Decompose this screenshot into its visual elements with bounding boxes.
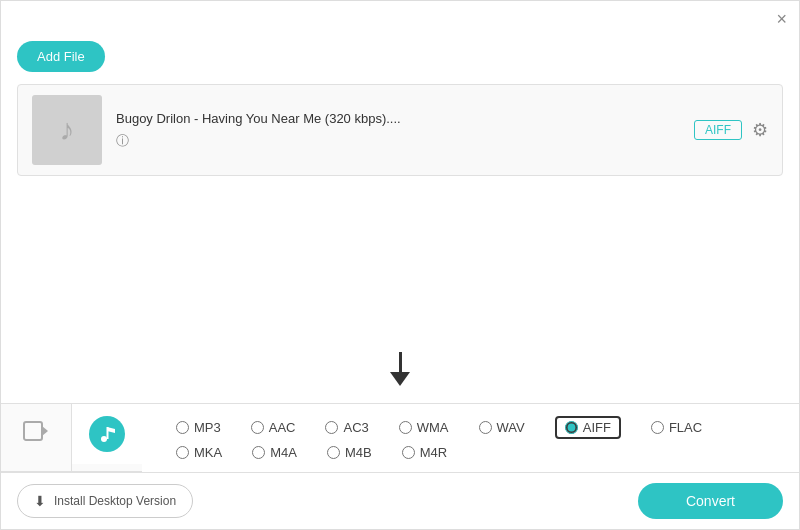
file-name: Bugoy Drilon - Having You Near Me (320 k…	[116, 111, 680, 126]
format-content: MP3 AAC AC3 WMA WAV AIFF	[142, 404, 799, 472]
install-label: Install Desktop Version	[54, 494, 176, 508]
format-option-wma[interactable]: WMA	[399, 420, 449, 435]
format-option-m4b[interactable]: M4B	[327, 445, 372, 460]
format-option-flac[interactable]: FLAC	[651, 420, 702, 435]
file-info: Bugoy Drilon - Having You Near Me (320 k…	[116, 111, 680, 150]
add-file-button[interactable]: Add File	[17, 41, 105, 72]
convert-button[interactable]: Convert	[638, 483, 783, 519]
radio-m4b[interactable]	[327, 446, 340, 459]
video-tab[interactable]	[1, 404, 71, 464]
radio-wma[interactable]	[399, 421, 412, 434]
close-button[interactable]: ×	[776, 10, 787, 28]
convert-bar: ⬇ Install Desktop Version Convert	[1, 472, 799, 529]
title-bar: ×	[1, 1, 799, 37]
radio-aac[interactable]	[251, 421, 264, 434]
file-list: ♪ Bugoy Drilon - Having You Near Me (320…	[17, 84, 783, 176]
format-badge[interactable]: AIFF	[694, 120, 742, 140]
arrow-shaft	[399, 352, 402, 372]
format-option-mp3[interactable]: MP3	[176, 420, 221, 435]
bottom-section: MP3 AAC AC3 WMA WAV AIFF	[1, 403, 799, 529]
video-icon	[22, 417, 50, 451]
format-tabs	[1, 404, 142, 472]
arrow-head	[390, 372, 410, 386]
radio-aiff[interactable]	[565, 421, 578, 434]
file-item: ♪ Bugoy Drilon - Having You Near Me (320…	[18, 85, 782, 175]
format-tabs-row: MP3 AAC AC3 WMA WAV AIFF	[1, 404, 799, 472]
format-row-2: MKA M4A M4B M4R	[176, 445, 765, 460]
top-bar: Add File	[1, 37, 799, 84]
audio-tab[interactable]	[72, 404, 142, 464]
radio-wav[interactable]	[479, 421, 492, 434]
format-options: MP3 AAC AC3 WMA WAV AIFF	[156, 404, 785, 472]
format-option-aac[interactable]: AAC	[251, 420, 296, 435]
svg-rect-0	[24, 422, 42, 440]
file-thumbnail: ♪	[32, 95, 102, 165]
svg-marker-1	[42, 426, 48, 436]
download-icon: ⬇	[34, 493, 46, 509]
down-arrow	[390, 352, 410, 386]
radio-m4r[interactable]	[402, 446, 415, 459]
format-row-1: MP3 AAC AC3 WMA WAV AIFF	[176, 416, 765, 439]
radio-m4a[interactable]	[252, 446, 265, 459]
format-option-m4r[interactable]: M4R	[402, 445, 447, 460]
info-icon[interactable]: ⓘ	[116, 132, 680, 150]
radio-mp3[interactable]	[176, 421, 189, 434]
radio-ac3[interactable]	[325, 421, 338, 434]
format-option-aiff[interactable]: AIFF	[555, 416, 621, 439]
svg-point-2	[101, 436, 107, 442]
format-option-mka[interactable]: MKA	[176, 445, 222, 460]
middle-area	[1, 176, 799, 406]
format-option-ac3[interactable]: AC3	[325, 420, 368, 435]
settings-icon[interactable]: ⚙	[752, 119, 768, 141]
radio-flac[interactable]	[651, 421, 664, 434]
file-actions: AIFF ⚙	[694, 119, 768, 141]
radio-mka[interactable]	[176, 446, 189, 459]
install-button[interactable]: ⬇ Install Desktop Version	[17, 484, 193, 518]
format-option-wav[interactable]: WAV	[479, 420, 525, 435]
audio-tab-icon	[89, 416, 125, 452]
music-icon: ♪	[60, 113, 75, 147]
format-option-m4a[interactable]: M4A	[252, 445, 297, 460]
